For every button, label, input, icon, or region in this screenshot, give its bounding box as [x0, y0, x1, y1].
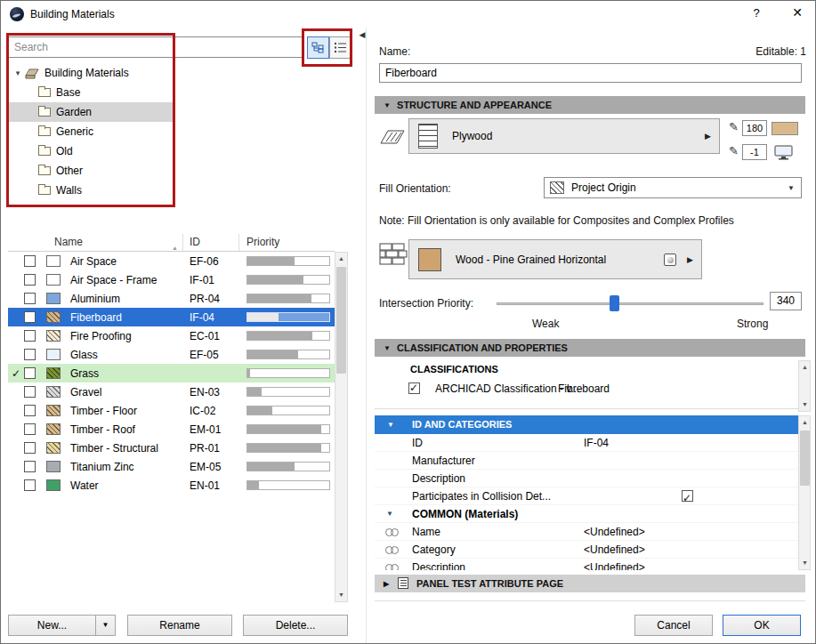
row-checkbox[interactable]: [24, 293, 36, 304]
material-row-water[interactable]: WaterEN-01: [8, 476, 335, 495]
slider-thumb[interactable]: [610, 295, 619, 311]
scroll-down-icon[interactable]: ▼: [799, 557, 811, 569]
scroll-thumb[interactable]: [800, 431, 810, 486]
tree-item-walls[interactable]: Walls: [8, 181, 174, 200]
material-row-timber-roof[interactable]: Timber - RoofEM-01: [8, 420, 335, 439]
section-structure-and-appearance[interactable]: ▼ STRUCTURE AND APPEARANCE: [375, 96, 805, 114]
material-name: Titanium Zinc: [63, 461, 183, 473]
tree-item-generic[interactable]: Generic: [8, 122, 174, 141]
row-checkbox[interactable]: [24, 479, 36, 491]
fill-orientation-select[interactable]: Project Origin ▼: [544, 177, 802, 198]
row-checkbox[interactable]: [24, 442, 36, 454]
material-row-aluminium[interactable]: AluminiumPR-04: [8, 289, 335, 308]
section-expand-icon: ▶: [384, 576, 394, 593]
row-checkbox[interactable]: [24, 423, 36, 435]
rename-button[interactable]: Rename: [127, 615, 232, 636]
close-button[interactable]: ✕: [788, 5, 806, 23]
prop-row-category[interactable]: Category<Undefined>: [375, 541, 798, 559]
cut-fill-button[interactable]: Plywood ▶: [408, 118, 720, 154]
tree-view-icon: [311, 42, 325, 53]
row-checkbox[interactable]: [24, 274, 36, 286]
tree-root[interactable]: ▾ Building Materials: [8, 63, 350, 83]
material-row-gravel[interactable]: GravelEN-03: [8, 382, 335, 401]
row-checkbox[interactable]: [24, 349, 36, 360]
row-checkbox[interactable]: [24, 405, 36, 416]
new-button[interactable]: New...: [8, 615, 96, 636]
material-row-air-space-frame[interactable]: Air Space - FrameIF-01: [8, 270, 335, 289]
priority-bar: [246, 387, 330, 397]
intersection-priority-slider[interactable]: [497, 294, 763, 312]
section-classification-and-properties[interactable]: ▼ CLASSIFICATION AND PROPERTIES: [375, 339, 805, 357]
properties-scrollbar[interactable]: ▲ ▼: [798, 415, 811, 570]
surface-button[interactable]: Wood - Pine Grained Horizontal ▶: [408, 239, 702, 279]
new-dropdown-button[interactable]: ▼: [95, 615, 116, 636]
search-input[interactable]: [8, 36, 303, 58]
background-pen-value[interactable]: -1: [742, 144, 767, 160]
column-header-name[interactable]: Name▲: [8, 234, 183, 251]
scroll-down-icon[interactable]: ▼: [799, 398, 811, 411]
material-row-air-space[interactable]: Air SpaceEF-06: [8, 252, 335, 270]
scroll-up-icon[interactable]: ▲: [799, 416, 811, 429]
material-row-glass[interactable]: GlassEF-05: [8, 345, 335, 364]
foreground-pen-value[interactable]: 180: [742, 120, 767, 136]
row-checkbox[interactable]: [24, 386, 36, 398]
surface-name: Wood - Pine Grained Horizontal: [456, 254, 606, 266]
tree-item-garden[interactable]: Garden: [8, 102, 174, 122]
column-header-id[interactable]: ID: [183, 234, 239, 251]
prop-row-description[interactable]: Description: [375, 470, 798, 487]
section-collapse-icon: ▼: [384, 340, 394, 358]
material-row-fire-proofing[interactable]: Fire ProofingEC-01: [8, 326, 335, 345]
row-checkbox[interactable]: [24, 255, 36, 267]
help-button[interactable]: ?: [747, 6, 765, 22]
caret-down-icon[interactable]: ▾: [12, 68, 24, 77]
scroll-thumb[interactable]: [336, 267, 346, 374]
collapse-left-pane-button[interactable]: ◀: [357, 30, 368, 43]
prop-group-common-materials[interactable]: ▼COMMON (Materials): [375, 505, 798, 523]
tree-view-toggle-button[interactable]: [307, 36, 329, 59]
material-swatch: [46, 442, 61, 454]
prop-row-description[interactable]: Description<Undefined>: [375, 559, 798, 570]
classification-row[interactable]: ARCHICAD Classification - v... Fibreboar…: [375, 380, 798, 399]
column-header-priority[interactable]: Priority: [239, 234, 335, 251]
table-scrollbar[interactable]: ▲ ▼: [335, 252, 348, 602]
tree-item-other[interactable]: Other: [8, 161, 174, 181]
prop-row-participates-in-collision-det[interactable]: Participates in Collision Det...: [375, 487, 798, 505]
tree-item-old[interactable]: Old: [8, 141, 174, 161]
scroll-up-icon[interactable]: ▲: [335, 253, 347, 265]
priority-bar-fill: [247, 257, 295, 265]
screen-only-icon[interactable]: [773, 145, 795, 160]
material-row-fiberboard[interactable]: FiberboardIF-04: [8, 308, 335, 326]
classifications-scrollbar[interactable]: ▲ ▼: [798, 360, 811, 412]
prop-row-manufacturer[interactable]: Manufacturer: [375, 452, 798, 470]
material-row-titanium-zinc[interactable]: Titanium ZincEM-05: [8, 457, 335, 476]
row-checkbox[interactable]: [24, 311, 36, 323]
prop-checkbox[interactable]: [682, 490, 693, 502]
background-pen-icon[interactable]: ✎: [729, 144, 739, 157]
list-view-toggle-button[interactable]: [329, 36, 351, 59]
material-row-timber-floor[interactable]: Timber - FloorIC-02: [8, 401, 335, 420]
cancel-button[interactable]: Cancel: [634, 615, 713, 636]
section-panel-test-attribute-page[interactable]: ▶ PANEL TEST ATTRIBUTE PAGE: [375, 575, 805, 592]
classification-checkbox[interactable]: [408, 382, 420, 394]
prop-row-name[interactable]: Name<Undefined>: [375, 523, 798, 541]
row-checkbox[interactable]: [24, 461, 36, 472]
prop-label: ID: [412, 434, 423, 452]
prop-group-id-and-categories[interactable]: ▼ID AND CATEGORIES: [375, 415, 798, 434]
ok-button[interactable]: OK: [723, 615, 801, 636]
row-checkbox[interactable]: [24, 367, 36, 379]
prop-row-id[interactable]: IDIF-04: [375, 434, 798, 452]
intersection-priority-value[interactable]: 340: [770, 292, 802, 310]
scroll-up-icon[interactable]: ▲: [799, 361, 811, 374]
scroll-down-icon[interactable]: ▼: [335, 589, 347, 601]
material-row-grass[interactable]: ✓Grass: [8, 364, 335, 382]
delete-button[interactable]: Delete...: [243, 615, 348, 636]
slider-track[interactable]: [497, 302, 763, 305]
material-name-input[interactable]: [379, 63, 802, 83]
prop-group-label: ID AND CATEGORIES: [412, 415, 512, 434]
foreground-pen-icon[interactable]: ✎: [729, 120, 739, 133]
tree-item-base[interactable]: Base: [8, 83, 174, 102]
pen-color-swatch[interactable]: [772, 122, 798, 135]
row-checkbox[interactable]: [24, 330, 36, 342]
material-name: Timber - Roof: [63, 423, 183, 436]
material-row-timber-structural[interactable]: Timber - StructuralPR-01: [8, 439, 335, 457]
